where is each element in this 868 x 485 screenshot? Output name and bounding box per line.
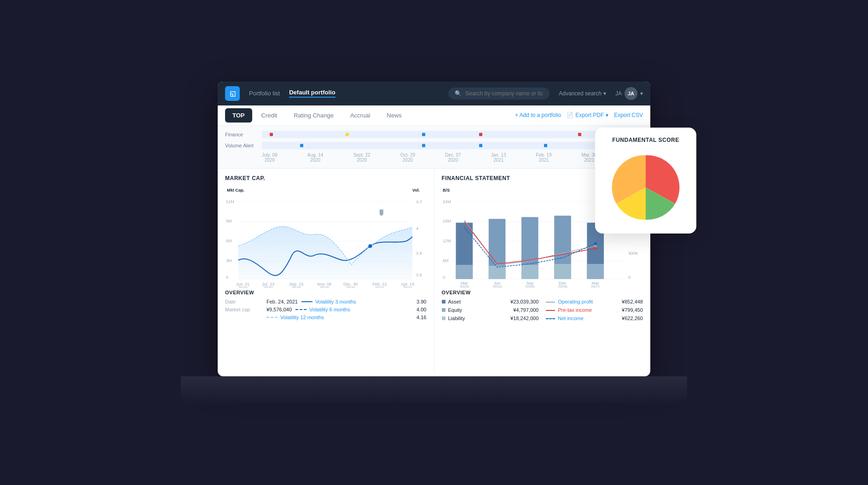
volatility-12m-value: 4.16: [417, 315, 426, 320]
y2-tick: 300K: [628, 251, 637, 255]
volatility-12m-label: Volatility 12 months: [280, 315, 324, 320]
y-axis-label: Mkt Cap.: [227, 188, 244, 193]
bar-equity: [587, 263, 604, 279]
x-tick: 2020: [459, 284, 469, 288]
fundamental-score-popup: FUNDAMENTAL SCORE: [595, 128, 696, 234]
x-tick: 2020: [263, 285, 272, 288]
netincome-val: ¥622,260: [622, 316, 643, 321]
y2-tick: 0: [628, 275, 630, 280]
timeline-dot: [422, 133, 425, 136]
y-tick: 12M: [443, 239, 451, 243]
op-profit-val: ¥852,448: [622, 299, 643, 304]
portfolio-list-link[interactable]: Portfolio list: [249, 90, 280, 97]
volatility-3m-legend: Volatility 3 months 3.90: [301, 299, 427, 304]
timeline-dot: [479, 144, 482, 147]
pretax-point: [594, 247, 596, 250]
tab-top[interactable]: TOP: [225, 108, 252, 123]
user-menu[interactable]: JA JA ▾: [615, 87, 643, 100]
volatility-3m-label: Volatility 3 months: [315, 299, 356, 304]
search-icon: 🔍: [455, 90, 462, 97]
volatility-3m-line: [301, 301, 312, 302]
asset-key: Asset: [448, 299, 504, 304]
y2-tick: 3.8: [416, 251, 422, 255]
timeline-date: Mar. 302021: [582, 152, 597, 163]
overview-right-legend: Operating profit ¥852,448 Pre-tax income…: [546, 299, 643, 324]
equity-key: Equity: [448, 307, 507, 313]
equity-val: ¥4,797,000: [513, 307, 538, 313]
timeline-volume-bar: [262, 142, 643, 149]
tab-accrual[interactable]: Accrual: [343, 108, 377, 123]
pretax-line-legend: [546, 310, 555, 311]
net-income-point: [594, 242, 596, 245]
netincome-line-legend: [546, 318, 555, 319]
overview-mktcap-row: Market cap ¥9,576,040 Volatility 6 month…: [225, 307, 427, 312]
search-input[interactable]: [465, 90, 543, 97]
timeline-volume-row: Volume Alert: [225, 140, 643, 151]
pie-chart-container: [604, 151, 687, 224]
timeline-dot: [300, 144, 303, 147]
tab-bar: TOP Credit Rating Change Accrual News + …: [218, 105, 650, 126]
x-tick: 2020: [525, 284, 534, 288]
y-tick: 0: [226, 275, 228, 280]
x-tick: 2020: [558, 284, 567, 288]
market-cap-section: MARKET CAP. Mkt Cap. 12M 9M 6M 3M 0 Vol.…: [218, 169, 434, 371]
chevron-down-icon: ▾: [603, 90, 606, 97]
x-tick: 2020: [320, 285, 329, 288]
timeline-finance-row: Finance: [225, 129, 643, 140]
overview-right-title: OVERVIEW: [442, 290, 643, 295]
tab-rating-change[interactable]: Rating Change: [286, 108, 341, 123]
op-profit-line-legend: [546, 302, 555, 303]
search-box[interactable]: 🔍: [448, 88, 550, 99]
equity-dot: [442, 308, 446, 312]
y2-axis-label: Vol.: [412, 188, 420, 193]
liability-dot: [442, 316, 446, 320]
x-tick: 2020: [346, 285, 355, 288]
timeline-dot: [544, 144, 547, 147]
y-tick: 9M: [226, 219, 232, 223]
timeline-section: Finance Volume Alert: [218, 126, 650, 169]
timeline-dot: [270, 133, 273, 136]
bar-equity: [488, 265, 505, 278]
app-logo[interactable]: ◱: [225, 86, 240, 101]
timeline-dot: [578, 133, 581, 136]
volatility-6m-label: Volatility 6 months: [309, 307, 350, 312]
export-pdf-button[interactable]: 📄 Export PDF ▾: [567, 112, 608, 118]
volatility-12m-legend: Volatility 12 months 4.16: [266, 315, 427, 320]
x-tick: 2020: [291, 285, 301, 288]
asset-dot: [442, 300, 446, 304]
y-tick: 24M: [443, 199, 451, 204]
tab-credit[interactable]: Credit: [254, 108, 285, 123]
timeline-dot: [422, 144, 425, 147]
user-chevron-icon: ▾: [640, 90, 643, 97]
fundamental-score-title: FUNDAMENTAL SCORE: [604, 137, 687, 143]
asset-val: ¥23,039,300: [510, 299, 538, 304]
timeline-dot: [346, 133, 349, 136]
bar-equity: [521, 264, 538, 279]
market-cap-title: MARKET CAP.: [225, 175, 427, 181]
timeline-date: Feb. 192021: [536, 152, 552, 163]
tab-news[interactable]: News: [379, 108, 409, 123]
timeline-dates: July. 082020 Aug. 142020 Sept. 222020 Oc…: [225, 152, 643, 163]
timeline-date: Jan. 132021: [491, 152, 506, 163]
timeline-date: Dec. 072020: [445, 152, 461, 163]
liability-row: Liability ¥18,242,000: [442, 316, 539, 321]
liability-val: ¥18,242,000: [510, 316, 538, 321]
market-cap-svg: Mkt Cap. 12M 9M 6M 3M 0 Vol. 4.2 4 3.8 3…: [225, 185, 427, 288]
tab-actions: + Add to a portfolio 📄 Export PDF ▾ Expo…: [515, 112, 643, 118]
overview-right-content: Asset ¥23,039,300 Equity ¥4,797,000 Liab…: [442, 299, 643, 324]
overview-date-val: Feb. 24, 2021: [266, 299, 298, 304]
pdf-chevron-icon: ▾: [606, 112, 608, 118]
x-tick: 2020: [492, 284, 501, 288]
equity-row: Equity ¥4,797,000: [442, 307, 539, 313]
export-csv-button[interactable]: Export CSV: [614, 112, 643, 118]
y2-tick: 3.6: [416, 273, 422, 277]
pie-chart-svg: [609, 151, 683, 224]
advanced-search-button[interactable]: Advanced search ▾: [559, 90, 606, 97]
volatility-12m-line: [266, 317, 278, 318]
bs-label: B/S: [443, 188, 450, 193]
y-tick: 12M: [226, 199, 234, 204]
default-portfolio-link[interactable]: Default portfolio: [289, 89, 335, 98]
avatar: JA: [625, 87, 637, 100]
y-tick: 6M: [443, 258, 449, 263]
add-portfolio-button[interactable]: + Add to a portfolio: [515, 112, 561, 118]
